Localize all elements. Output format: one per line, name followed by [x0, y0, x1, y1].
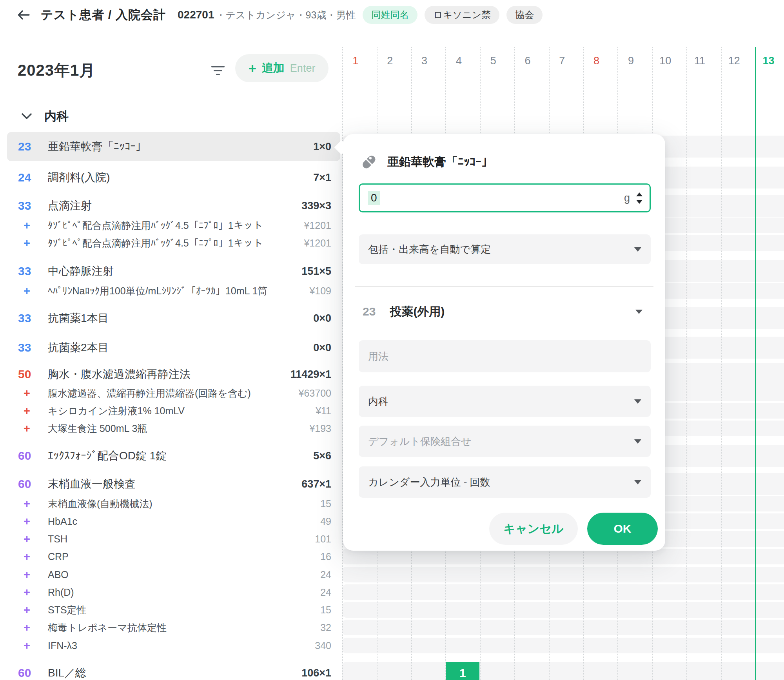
order-label: HbA1c [48, 516, 77, 527]
insurance-placeholder: デフォルト保険組合せ [368, 435, 472, 448]
badge-insurance: 協会 [506, 6, 543, 24]
order-subrow[interactable]: +CRP16 [7, 548, 340, 565]
calendar-unit-value: カレンダー入力単位 - 回数 [368, 475, 490, 489]
ok-button[interactable]: OK [587, 513, 658, 545]
order-label: 末梢血液一般検査 [48, 477, 136, 491]
order-subrow[interactable]: +キシロカイン注射液1% 10mLV¥11 [7, 402, 340, 419]
plus-icon: + [24, 237, 30, 250]
plus-icon: + [24, 515, 30, 528]
section-name: 内科 [44, 108, 69, 125]
insurance-select[interactable]: デフォルト保険組合せ [359, 426, 651, 457]
order-value: 339×3 [301, 200, 331, 212]
stepper-up-icon[interactable] [636, 192, 642, 196]
order-code: 60 [18, 477, 42, 491]
dose-input[interactable]: 0 g [359, 183, 651, 212]
dose-stepper[interactable] [636, 192, 642, 204]
day-label: 10 [654, 55, 676, 67]
order-subrow[interactable]: +腹水濾過器、濃縮再静注用濃縮器(回路を含む)¥63700 [7, 384, 340, 402]
order-subrow[interactable]: +ABO24 [7, 566, 340, 583]
category-code: 23 [363, 305, 376, 318]
usage-input[interactable]: 用法 [359, 340, 651, 372]
department-select[interactable]: 内科 [359, 386, 651, 417]
chevron-down-icon [22, 113, 32, 120]
order-row[interactable]: 23亜鉛華軟膏「ﾆｯｺｰ」1×0 [7, 132, 340, 161]
add-button-shortcut: Enter [290, 62, 316, 74]
order-label: 中心静脈注射 [48, 264, 114, 279]
calendar-row-stripe [342, 638, 784, 653]
order-code: 24 [18, 171, 42, 184]
order-row[interactable]: 24調剤料(入院)7×1 [7, 163, 340, 192]
order-row[interactable]: 60末梢血液一般検査637×1 [7, 470, 340, 499]
order-subrow[interactable]: +STS定性15 [7, 601, 340, 618]
day-label: 12 [723, 55, 745, 67]
filter-icon[interactable] [210, 66, 226, 80]
order-label: 抗菌薬2本目 [48, 340, 109, 355]
drug-edit-popup: 亜鉛華軟膏「ﾆｯｺｰ」 0 g 包括・出来高を自動で算定 23 投薬(外用) 用… [343, 134, 665, 551]
inpatient-billing-screen: 123456789101112131 テスト患者 / 入院会計 022701 ・… [0, 0, 784, 680]
order-value: ¥63700 [299, 388, 331, 399]
day-label: 8 [586, 55, 608, 67]
order-value: 15 [320, 498, 331, 510]
order-subrow[interactable]: +梅毒トレポネーマ抗体定性32 [7, 619, 340, 636]
order-subrow[interactable]: +大塚生食注 500mL 3瓶¥193 [7, 420, 340, 437]
order-subrow[interactable]: +IFN-λ3340 [7, 637, 340, 654]
order-subrow[interactable]: +Rh(D)24 [7, 584, 340, 601]
patient-id: 022701 [178, 9, 214, 21]
order-value: 1×0 [313, 141, 331, 153]
order-value: 0×0 [313, 312, 331, 325]
order-row[interactable]: 60ｴｯｸｽﾌｫｰｼﾞ配合OD錠 1錠5×6 [7, 441, 340, 470]
order-subrow[interactable]: +TSH101 [7, 530, 340, 548]
order-label: STS定性 [48, 604, 87, 617]
add-button[interactable]: + 追加 Enter [235, 54, 328, 82]
order-subrow[interactable]: +ﾀｿﾞﾋﾟﾍﾟ配合点滴静注用ﾊﾞｯｸﾞ4.5「ﾆﾌﾟﾛ」1キット¥1201 [7, 234, 340, 252]
day-label: 2 [379, 55, 401, 67]
category-select[interactable]: 23 投薬(外用) [363, 302, 646, 321]
plus-icon: + [24, 586, 30, 599]
cancel-button[interactable]: キャンセル [489, 513, 578, 545]
order-subrow[interactable]: +末梢血液像(自動機械法)15 [7, 495, 340, 512]
order-value: 106×1 [301, 667, 331, 679]
patient-meta: ・テストカンジャ・93歳・男性 [216, 9, 356, 22]
chevron-down-icon [634, 439, 641, 444]
calc-method-value: 包括・出来高を自動で算定 [368, 243, 491, 256]
stepper-down-icon[interactable] [636, 200, 642, 204]
order-label: ABO [48, 569, 69, 580]
calendar-unit-select[interactable]: カレンダー入力単位 - 回数 [359, 466, 651, 498]
dose-unit: g [624, 192, 630, 204]
order-row[interactable]: 60BIL／総106×1 [7, 658, 340, 680]
order-row[interactable]: 33点滴注射339×3 [7, 191, 340, 220]
badge-allergy: ロキソニン禁 [425, 6, 499, 24]
order-value: 49 [320, 516, 331, 527]
order-subrow[interactable]: +HbA1c49 [7, 513, 340, 530]
order-label: 大塚生食注 500mL 3瓶 [48, 422, 147, 435]
dose-value[interactable]: 0 [368, 191, 380, 205]
order-value: ¥11 [316, 405, 331, 417]
order-subrow[interactable]: +ﾀｿﾞﾋﾟﾍﾟ配合点滴静注用ﾊﾞｯｸﾞ4.5「ﾆﾌﾟﾛ」1キット¥1201 [7, 217, 340, 234]
order-row[interactable]: 33中心静脈注射151×5 [7, 257, 340, 286]
order-value: ¥109 [309, 285, 331, 297]
month-title: 2023年1月 [18, 60, 95, 81]
plus-icon: + [24, 568, 30, 581]
order-code: 33 [18, 199, 42, 212]
section-header-naika[interactable]: 内科 [0, 101, 337, 132]
order-label: 梅毒トレポネーマ抗体定性 [48, 621, 167, 634]
day-label: 6 [517, 55, 539, 67]
order-value: 24 [320, 569, 331, 580]
order-row[interactable]: 33抗菌薬2本目0×0 [7, 333, 340, 362]
back-arrow-icon[interactable] [15, 6, 32, 24]
order-code: 60 [18, 666, 42, 680]
order-value: 5×6 [313, 450, 331, 462]
plus-icon: + [24, 422, 30, 435]
chevron-down-icon [634, 480, 641, 484]
order-label: ﾀｿﾞﾋﾟﾍﾟ配合点滴静注用ﾊﾞｯｸﾞ4.5「ﾆﾌﾟﾛ」1キット [48, 237, 263, 250]
calendar-row-stripe [342, 584, 784, 600]
plus-icon: + [24, 387, 30, 400]
order-label: 点滴注射 [48, 198, 92, 213]
calc-method-select[interactable]: 包括・出来高を自動で算定 [359, 234, 651, 264]
order-value: 15 [320, 604, 331, 616]
order-label: Rh(D) [48, 587, 74, 598]
calendar-count-cell[interactable]: 1 [446, 662, 479, 680]
order-row[interactable]: 33抗菌薬1本目0×0 [7, 304, 340, 333]
order-subrow[interactable]: +ﾍﾊﾟﾘﾝNaﾛｯｸ用100単位/mLｼﾘﾝｼﾞ「ｵｰﾂｶ」10mL 1筒¥1… [7, 282, 340, 299]
order-label: CRP [48, 551, 69, 562]
